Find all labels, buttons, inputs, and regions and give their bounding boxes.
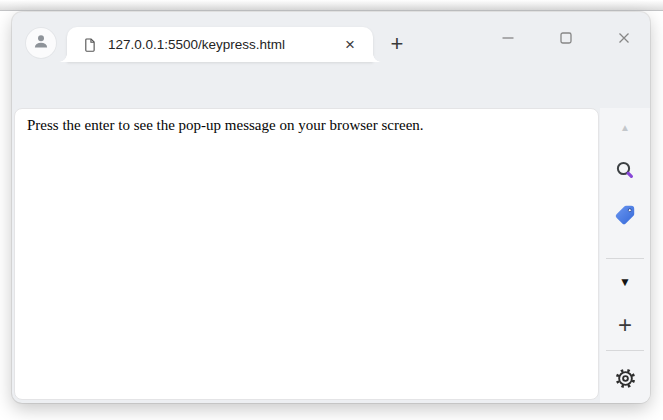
gear-icon[interactable] (600, 364, 650, 392)
profile-avatar-icon (32, 32, 50, 54)
sidebar-divider (606, 350, 644, 351)
window-controls (493, 23, 639, 53)
tab-active[interactable]: 127.0.0.1:5500/keypress.html × (67, 27, 373, 62)
page-text: Press the enter to see the pop-up messag… (15, 109, 598, 142)
document-icon (82, 37, 98, 53)
sidebar-collapse-icon[interactable]: ▼ (600, 274, 650, 290)
close-button[interactable] (609, 23, 639, 53)
browser-window: 127.0.0.1:5500/keypress.html × + (12, 12, 650, 403)
maximize-button[interactable] (551, 23, 581, 53)
tab-close-icon[interactable]: × (341, 36, 359, 53)
tab-title: 127.0.0.1:5500/keypress.html (108, 37, 335, 52)
screen-top-edge (0, 0, 663, 11)
sidebar-scroll-up-icon[interactable]: ▲ (600, 120, 650, 134)
navigation-toolbar: 127.0.0.1:5500/keypre... (12, 62, 650, 108)
page-content: Press the enter to see the pop-up messag… (14, 108, 599, 400)
edge-sidebar: ▲ ▼ + (600, 108, 650, 403)
tab-bar: 127.0.0.1:5500/keypress.html × + (12, 12, 650, 62)
new-tab-button[interactable]: + (383, 30, 411, 58)
sidebar-add-icon[interactable]: + (600, 311, 650, 339)
minimize-button[interactable] (493, 23, 523, 53)
sidebar-divider (606, 258, 644, 259)
search-icon[interactable] (600, 156, 650, 184)
profile-avatar-button[interactable] (26, 28, 56, 58)
shopping-tag-icon[interactable] (600, 201, 650, 229)
